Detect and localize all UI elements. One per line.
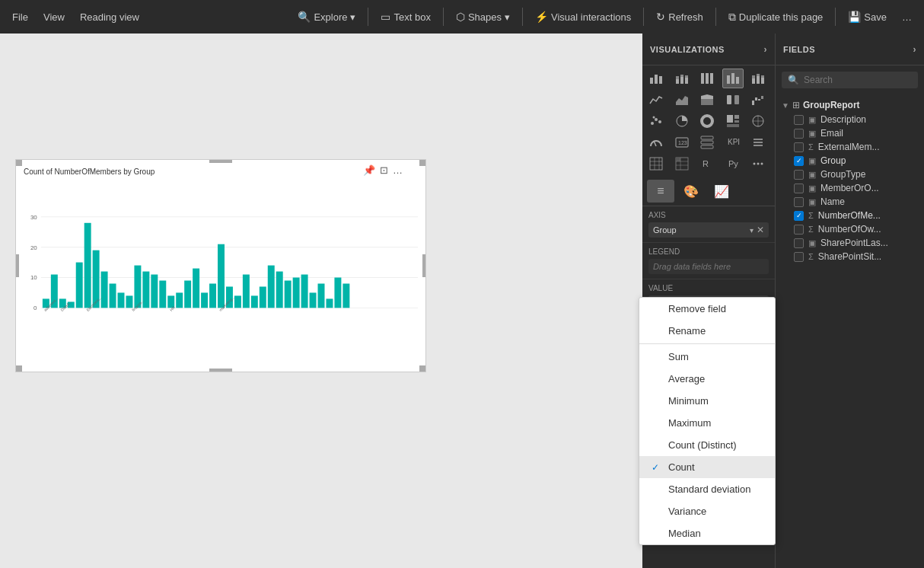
field-numberofow[interactable]: Σ NumberOfOw... [776, 222, 924, 236]
viz-icon-scatter[interactable] [645, 111, 667, 131]
ctx-minimum[interactable]: Minimum [639, 390, 775, 412]
field-externalmem[interactable]: Σ ExternalMem... [776, 140, 924, 154]
field-check-description[interactable] [794, 115, 804, 125]
field-memberoro[interactable]: ▣ MemberOrO... [776, 181, 924, 195]
focus-icon[interactable]: ⊡ [380, 164, 388, 176]
viz-icon-matrix[interactable] [671, 154, 693, 174]
field-group[interactable]: ✓ ▣ Group [776, 154, 924, 168]
ctx-remove-field[interactable]: Remove field [639, 298, 775, 320]
textbox-button[interactable]: ▭ Text box [374, 8, 436, 26]
viz-icon-area-stacked[interactable] [696, 90, 718, 110]
menu-reading-view[interactable]: Reading view [74, 8, 145, 26]
field-check-email[interactable] [794, 129, 804, 139]
textbox-icon: ▭ [381, 11, 390, 23]
ctx-variance[interactable]: Variance [639, 500, 775, 522]
ctx-rename[interactable]: Rename [639, 320, 775, 342]
field-sharepointlas[interactable]: ▣ SharePointLas... [776, 236, 924, 250]
ctx-average[interactable]: Average [639, 368, 775, 390]
fields-panel-header: FIELDS › [776, 34, 924, 65]
viz-icon-r[interactable]: R [696, 154, 718, 174]
viz-icon-treemap[interactable] [722, 111, 744, 131]
ctx-count[interactable]: ✓ Count [639, 456, 775, 478]
fields-panel-collapse[interactable]: › [913, 44, 917, 55]
viz-icon-gauge[interactable] [645, 132, 667, 152]
resize-right[interactable] [422, 254, 425, 277]
svg-rect-44 [343, 283, 349, 308]
resize-tl[interactable] [16, 160, 22, 166]
tree-group-header[interactable]: ▼ ⊞ GroupReport [776, 97, 924, 113]
viz-icon-column-stacked[interactable] [747, 69, 769, 88]
viz-icon-waterfall[interactable] [747, 90, 769, 110]
svg-rect-62 [710, 73, 713, 84]
field-numberofme[interactable]: ✓ Σ NumberOfMe... [776, 209, 924, 222]
chart-container[interactable]: 📌 ⊡ … Count of NumberOfMembers by Group … [15, 159, 426, 372]
field-check-sharepointlas[interactable] [794, 238, 804, 248]
shapes-button[interactable]: ⬡ Shapes ▾ [450, 8, 516, 26]
viz-icon-column-clustered[interactable] [722, 69, 744, 88]
viz-icon-bar[interactable] [645, 69, 667, 88]
field-sharepointsit[interactable]: Σ SharePointSit... [776, 250, 924, 263]
menu-file[interactable]: File [6, 8, 34, 26]
viz-icon-multirow-card[interactable] [696, 132, 718, 152]
chart-more-icon[interactable]: … [393, 164, 403, 176]
field-check-memberoro[interactable] [794, 183, 804, 193]
axis-field-pill[interactable]: Group ▾ ✕ [648, 222, 769, 238]
viz-icon-bar-stacked[interactable] [671, 69, 693, 88]
shapes-icon: ⬡ [456, 11, 465, 23]
ctx-std-dev[interactable]: Standard deviation [639, 478, 775, 500]
field-grouptype[interactable]: ▣ GroupType [776, 168, 924, 181]
resize-left[interactable] [16, 254, 19, 277]
ctx-sum[interactable]: Sum [639, 346, 775, 368]
ctx-median[interactable]: Median [639, 522, 775, 544]
viz-icon-donut[interactable] [696, 111, 718, 131]
field-icon-externalmem: Σ [808, 142, 814, 152]
axis-remove-icon[interactable]: ✕ [757, 225, 764, 235]
field-description[interactable]: ▣ Description [776, 113, 924, 126]
more-button[interactable]: … [896, 8, 918, 26]
resize-bl[interactable] [16, 365, 22, 372]
menu-view[interactable]: View [37, 8, 71, 26]
svg-rect-43 [334, 278, 341, 308]
field-name[interactable]: ▣ Name [776, 195, 924, 209]
field-check-group[interactable]: ✓ [794, 156, 804, 166]
viz-icon-ribbon[interactable] [722, 90, 744, 110]
field-check-name[interactable] [794, 197, 804, 207]
field-check-sharepointsit[interactable] [794, 252, 804, 262]
analytics-subtab[interactable]: 📈 [708, 180, 735, 203]
legend-drop[interactable]: Drag data fields here [648, 259, 769, 274]
svg-rect-71 [761, 75, 764, 78]
axis-dropdown-icon[interactable]: ▾ [750, 226, 754, 235]
resize-bottom[interactable] [209, 369, 232, 372]
viz-panel-collapse[interactable]: › [764, 44, 768, 55]
viz-icon-map[interactable] [747, 111, 769, 131]
fields-subtab[interactable]: ≡ [647, 180, 674, 203]
viz-icon-card[interactable]: 123 [671, 132, 693, 152]
duplicate-button[interactable]: ⧉ Duplicate this page [722, 8, 830, 27]
viz-icon-kpi[interactable]: KPI [722, 132, 744, 152]
pin-icon[interactable]: 📌 [363, 164, 375, 176]
field-check-numberofow[interactable] [794, 225, 804, 235]
resize-top[interactable] [209, 160, 232, 163]
search-input[interactable] [804, 75, 918, 85]
viz-icon-more-viz[interactable] [747, 154, 769, 174]
resize-br[interactable] [419, 365, 425, 372]
viz-icon-python[interactable]: Py [722, 154, 744, 174]
viz-icon-pie[interactable] [671, 111, 693, 131]
ctx-count-distinct[interactable]: Count (Distinct) [639, 434, 775, 456]
visual-interactions-button[interactable]: ⚡ Visual interactions [529, 8, 637, 26]
format-subtab[interactable]: 🎨 [677, 180, 705, 203]
field-check-numberofme[interactable]: ✓ [794, 211, 804, 221]
viz-icon-line[interactable] [645, 90, 667, 110]
field-check-grouptype[interactable] [794, 170, 804, 180]
viz-icon-area[interactable] [671, 90, 693, 110]
ctx-maximum[interactable]: Maximum [639, 412, 775, 434]
viz-icon-bar-100[interactable] [696, 69, 718, 88]
field-email[interactable]: ▣ Email [776, 126, 924, 140]
field-check-externalmem[interactable] [794, 142, 804, 152]
save-button[interactable]: 💾 Save [842, 8, 893, 26]
refresh-button[interactable]: ↻ Refresh [650, 8, 709, 26]
resize-tr[interactable] [419, 160, 425, 166]
viz-icon-table[interactable] [645, 154, 667, 174]
viz-icon-slicer[interactable] [747, 132, 769, 152]
explore-button[interactable]: 🔍 Explore ▾ [292, 8, 362, 26]
